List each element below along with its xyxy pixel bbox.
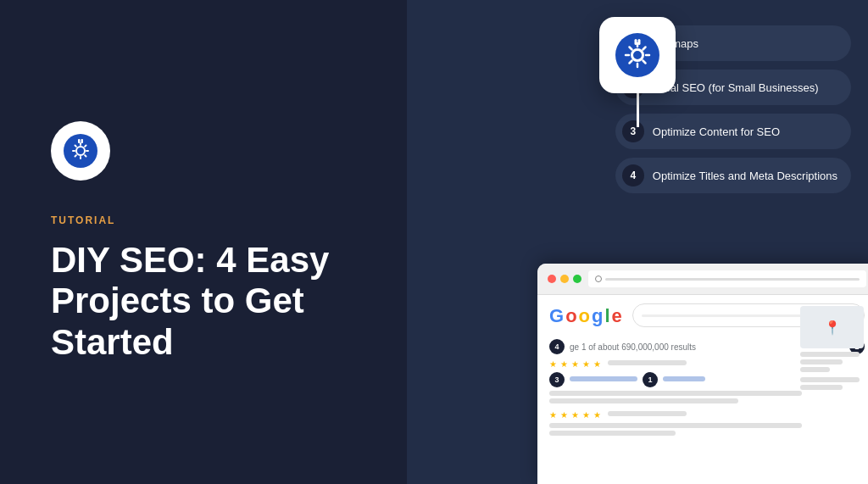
result-line-2 <box>549 398 738 403</box>
browser-address-bar[interactable] <box>588 270 866 287</box>
result-line-3 <box>549 423 802 428</box>
badge-3: 3 <box>549 372 565 387</box>
right-gray-bars <box>800 352 868 390</box>
title-line-1: DIY SEO: 4 Easy <box>51 240 329 280</box>
result-line-4 <box>549 431 676 436</box>
right-panel: 1 Sitemaps 2 Local SEO (for Small Busine… <box>407 0 868 484</box>
tutorial-label: TUTORIAL <box>51 214 356 226</box>
plugin-box <box>599 17 676 93</box>
browser-mockup: G o o g l e 🎤 4 ge 1 of about 690 <box>537 264 868 484</box>
result-bar-blue-2 <box>663 376 705 381</box>
svg-point-0 <box>64 134 97 168</box>
browser-chrome <box>537 264 868 295</box>
google-g2: g <box>592 305 603 327</box>
map-bar-5 <box>800 385 843 390</box>
title-line-2: Projects to Get Started <box>51 281 304 361</box>
svg-rect-2 <box>81 139 84 143</box>
map-bar-2 <box>800 359 843 364</box>
map-bar-1 <box>800 352 860 357</box>
google-o1: o <box>565 305 576 327</box>
dot-yellow <box>560 275 569 283</box>
browser-map-section: 📍 <box>800 306 868 392</box>
svg-rect-13 <box>638 39 641 45</box>
map-pin-icon: 📍 <box>824 320 841 336</box>
list-text-2: Local SEO (for Small Businesses) <box>653 81 819 94</box>
star-3: ★ <box>571 359 579 369</box>
result-line-1 <box>549 391 802 396</box>
vertical-connector <box>637 93 639 127</box>
svg-point-3 <box>615 33 659 77</box>
star-5: ★ <box>593 359 601 369</box>
star-8: ★ <box>571 410 579 420</box>
map-bar-3 <box>800 367 830 372</box>
list-number-4: 4 <box>622 164 644 186</box>
main-title: DIY SEO: 4 Easy Projects to Get Started <box>51 240 356 363</box>
browser-dots <box>548 275 581 283</box>
svg-rect-12 <box>635 39 637 45</box>
left-plugin-icon <box>51 121 110 181</box>
url-bar-fill <box>605 278 860 281</box>
svg-rect-1 <box>78 139 81 143</box>
badge-4: 4 <box>549 339 565 354</box>
star-count-bar-2 <box>608 411 687 416</box>
google-o2: o <box>579 305 590 327</box>
map-bar-4 <box>800 377 860 382</box>
google-g: G <box>549 305 564 327</box>
google-e: e <box>612 305 622 327</box>
result-block-2: ★ ★ ★ ★ ★ <box>549 410 865 436</box>
center-plugin-area <box>599 17 676 127</box>
dot-green <box>573 275 581 283</box>
star-2: ★ <box>560 359 568 369</box>
star-4: ★ <box>582 359 590 369</box>
google-l: l <box>604 305 609 327</box>
dot-red <box>548 275 556 283</box>
stars-row-2: ★ ★ ★ ★ ★ <box>549 410 865 420</box>
star-1: ★ <box>549 359 557 369</box>
star-6: ★ <box>549 410 557 420</box>
badge-1: 1 <box>643 372 658 387</box>
map-placeholder: 📍 <box>800 306 864 348</box>
google-logo: G o o g l e <box>549 305 622 327</box>
left-panel: TUTORIAL DIY SEO: 4 Easy Projects to Get… <box>0 0 407 484</box>
list-text-4: Optimize Titles and Meta Descriptions <box>653 170 837 182</box>
lock-icon <box>595 275 602 282</box>
main-container: TUTORIAL DIY SEO: 4 Easy Projects to Get… <box>0 0 868 484</box>
list-item: 4 Optimize Titles and Meta Descriptions <box>615 158 851 193</box>
results-text: ge 1 of about 690,000,000 results <box>570 342 696 352</box>
star-10: ★ <box>593 410 601 420</box>
star-9: ★ <box>582 410 590 420</box>
result-bar-blue-1 <box>570 376 637 381</box>
star-7: ★ <box>560 410 568 420</box>
star-count-bar <box>608 360 687 365</box>
